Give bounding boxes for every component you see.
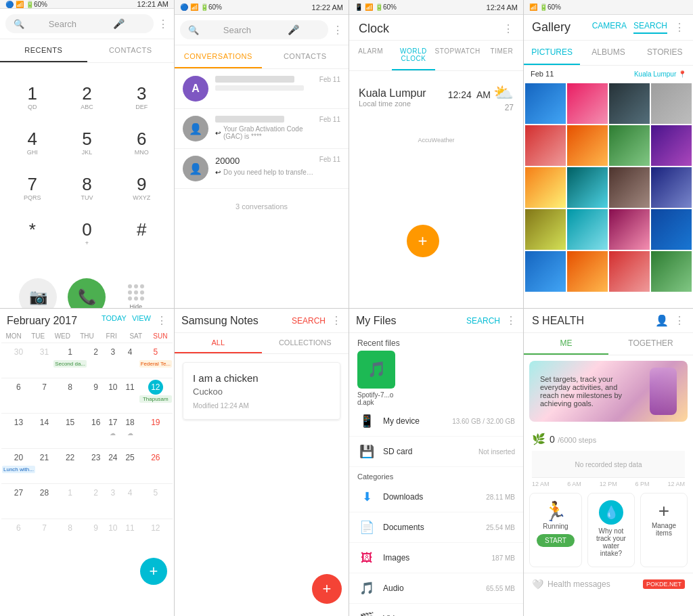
- cal-cell-w3d4[interactable]: 16: [87, 413, 104, 448]
- recent-file-icon[interactable]: 🎵: [357, 351, 395, 389]
- video-call-button[interactable]: 📷: [19, 278, 57, 308]
- cal-cell-w5d1[interactable]: 27: [1, 483, 36, 519]
- cal-cell-w2d4[interactable]: 9: [87, 378, 104, 413]
- gallery-thumb-11[interactable]: [609, 167, 650, 208]
- dial-key-7[interactable]: 7 PQRS: [7, 167, 58, 209]
- cal-cell-w1d4[interactable]: 2: [87, 343, 104, 378]
- file-item-images[interactable]: 🖼 Images 187 MB: [349, 543, 523, 573]
- cal-cell-w4d7[interactable]: 26: [139, 448, 173, 483]
- gallery-thumb-3[interactable]: [609, 83, 650, 124]
- gallery-thumb-17[interactable]: [525, 251, 566, 292]
- view-button[interactable]: VIEW: [132, 314, 151, 327]
- tab-stopwatch[interactable]: STOPWATCH: [435, 41, 480, 70]
- cal-cell-w4d1[interactable]: 20Lunch with...: [1, 448, 36, 483]
- file-item-device[interactable]: 📱 My device 13.60 GB / 32.00 GB: [349, 406, 523, 437]
- tab-conversations[interactable]: CONVERSATIONS: [175, 45, 262, 68]
- dial-key-0[interactable]: 0 +: [62, 213, 113, 255]
- cal-cell-w2d5[interactable]: 10: [104, 378, 121, 413]
- tab-collections[interactable]: COLLECTIONS: [262, 333, 349, 353]
- cal-cell-w6d6[interactable]: 11: [121, 519, 138, 554]
- dial-key-8[interactable]: 8 TUV: [62, 167, 113, 209]
- cal-cell-w1d2[interactable]: 31: [36, 343, 53, 378]
- gallery-thumb-19[interactable]: [609, 251, 650, 292]
- dial-key-6[interactable]: 6 MNO: [116, 122, 167, 164]
- cal-cell-w2d7[interactable]: 12Thapusam: [139, 378, 173, 413]
- file-item-audio[interactable]: 🎵 Audio 65.55 MB: [349, 573, 523, 604]
- cal-cell-w1d1[interactable]: 30: [1, 343, 36, 378]
- file-item-downloads[interactable]: ⬇ Downloads 28.11 MB: [349, 482, 523, 512]
- cal-cell-w4d3[interactable]: 22: [53, 448, 87, 483]
- add-note-button[interactable]: +: [312, 574, 342, 604]
- calendar-more-icon[interactable]: ⋮: [156, 314, 167, 327]
- gallery-thumb-1[interactable]: [525, 83, 566, 124]
- gallery-thumb-6[interactable]: [567, 125, 608, 166]
- gallery-thumb-14[interactable]: [567, 209, 608, 250]
- gallery-thumb-13[interactable]: [525, 209, 566, 250]
- tab-recents[interactable]: RECENTS: [0, 39, 87, 62]
- gallery-search-button[interactable]: SEARCH: [633, 21, 667, 34]
- health-more-icon[interactable]: ⋮: [674, 314, 685, 327]
- tab-alarm[interactable]: ALARM: [349, 41, 392, 70]
- cal-cell-w4d4[interactable]: 23: [87, 448, 104, 483]
- cal-cell-w1d6[interactable]: 4: [121, 343, 138, 378]
- cal-cell-w3d1[interactable]: 13: [1, 413, 36, 448]
- tab-albums[interactable]: ALBUMS: [580, 41, 636, 65]
- cal-cell-w2d2[interactable]: 7: [36, 378, 53, 413]
- hide-button[interactable]: Hide: [117, 278, 155, 308]
- tab-world-clock[interactable]: WORLD CLOCK: [392, 41, 434, 70]
- notes-more-icon[interactable]: ⋮: [331, 314, 342, 327]
- tab-stories[interactable]: STORIES: [637, 41, 693, 65]
- gallery-thumb-18[interactable]: [567, 251, 608, 292]
- cal-cell-w6d1[interactable]: 6: [1, 519, 36, 554]
- cal-cell-w1d5[interactable]: 3: [104, 343, 121, 378]
- tab-conv-contacts[interactable]: CONTACTS: [262, 45, 349, 68]
- health-messages-label[interactable]: Health messages: [547, 579, 643, 589]
- conv-search-box[interactable]: 🔍 Search 🎤: [180, 20, 328, 39]
- call-button[interactable]: 📞: [68, 278, 106, 308]
- gallery-thumb-10[interactable]: [567, 167, 608, 208]
- cal-cell-w6d2[interactable]: 7: [36, 519, 53, 554]
- gallery-thumb-4[interactable]: [651, 83, 692, 124]
- tab-together[interactable]: TOGETHER: [608, 333, 693, 355]
- cal-cell-w1d7[interactable]: 5Federal Te...: [139, 343, 173, 378]
- dial-key-hash[interactable]: #: [116, 213, 167, 255]
- health-person-icon[interactable]: 👤: [655, 314, 669, 327]
- gallery-thumb-20[interactable]: [651, 251, 692, 292]
- conv-item-2[interactable]: 👤 ↩ Your Grab Activation Code (GAC) is *…: [175, 109, 349, 149]
- cal-cell-w4d6[interactable]: 25: [121, 448, 138, 483]
- running-start-button[interactable]: START: [537, 534, 575, 547]
- cal-cell-w3d5[interactable]: 17☁: [104, 413, 121, 448]
- cal-cell-w2d3[interactable]: 8: [53, 378, 87, 413]
- cal-cell-w5d6[interactable]: 4: [121, 483, 138, 519]
- file-item-documents[interactable]: 📄 Documents 25.54 MB: [349, 512, 523, 543]
- files-search-button[interactable]: SEARCH: [466, 316, 500, 326]
- cal-cell-w3d7[interactable]: 19: [139, 413, 173, 448]
- cal-cell-w5d2[interactable]: 28: [36, 483, 53, 519]
- dial-key-3[interactable]: 3 DEF: [116, 76, 167, 118]
- files-more-icon[interactable]: ⋮: [506, 314, 516, 327]
- gallery-thumb-2[interactable]: [567, 83, 608, 124]
- dial-key-star[interactable]: *: [7, 213, 58, 255]
- gallery-thumb-7[interactable]: [609, 125, 650, 166]
- conv-item-1[interactable]: A Feb 11: [175, 69, 349, 109]
- dial-key-1[interactable]: 1 QD: [7, 76, 58, 118]
- cal-cell-w5d5[interactable]: 3: [104, 483, 121, 519]
- cal-cell-w4d5[interactable]: 24: [104, 448, 121, 483]
- cal-cell-w6d7[interactable]: 12: [139, 519, 173, 554]
- cal-cell-w1d3[interactable]: 1Second da...: [53, 343, 87, 378]
- cal-cell-w5d3[interactable]: 1: [53, 483, 87, 519]
- note-card-1[interactable]: I am a chicken Cuckoo Modified 12:24 AM: [183, 362, 340, 420]
- tab-contacts[interactable]: CONTACTS: [87, 39, 175, 62]
- tab-me[interactable]: ME: [524, 333, 608, 355]
- cal-cell-w5d7[interactable]: 5: [139, 483, 173, 519]
- file-item-sd[interactable]: 💾 SD card Not inserted: [349, 437, 523, 467]
- notes-search-button[interactable]: SEARCH: [292, 316, 326, 326]
- conv-item-3[interactable]: 👤 20000 ↩ Do you need help to transfer y…: [175, 149, 349, 189]
- cal-cell-w6d5[interactable]: 10: [104, 519, 121, 554]
- add-clock-button[interactable]: +: [407, 225, 439, 257]
- gallery-thumb-12[interactable]: [651, 167, 692, 208]
- gallery-thumb-9[interactable]: [525, 167, 566, 208]
- gallery-thumb-16[interactable]: [651, 209, 692, 250]
- tab-pictures[interactable]: PICTURES: [524, 41, 580, 65]
- cal-cell-w6d4[interactable]: 9: [87, 519, 104, 554]
